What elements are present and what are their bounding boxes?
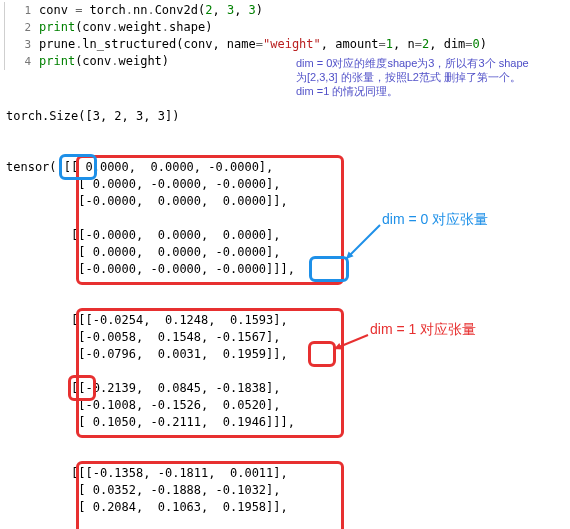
gutter-number: 3: [5, 36, 39, 53]
code-line: conv = torch.nn.Conv2d(2, 3, 3): [39, 2, 263, 19]
dim0-label: dim = 0 对应张量: [382, 211, 488, 228]
code-line: print(conv.weight.shape): [39, 19, 212, 36]
gutter-number: 1: [5, 2, 39, 19]
annotation-line: dim = 0对应的维度shape为3，所以有3个 shape: [296, 56, 556, 70]
gutter-number: 4: [5, 53, 39, 70]
code-line: print(conv.weight): [39, 53, 169, 70]
gutter-number: 2: [5, 19, 39, 36]
tensor-output: tensor([[[ 0.0000, 0.0000, -0.0000], [ 0…: [6, 159, 570, 529]
size-line: torch.Size([3, 2, 3, 3]): [6, 108, 570, 125]
dim1-label: dim = 1 对应张量: [370, 321, 476, 338]
code-line: prune.ln_structured(conv, name="weight",…: [39, 36, 487, 53]
output-area: torch.Size([3, 2, 3, 3]) tensor([[[ 0.00…: [6, 74, 570, 529]
